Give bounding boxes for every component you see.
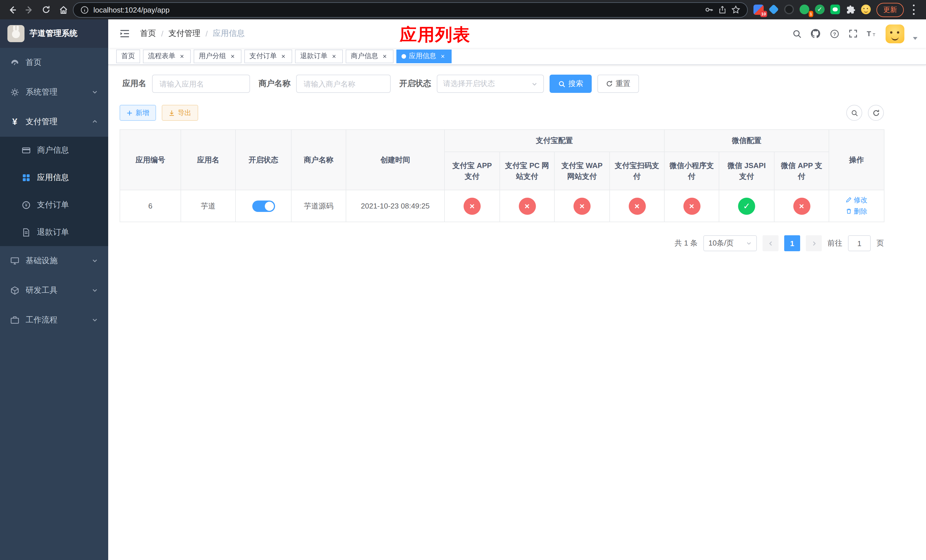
sidebar-item-workflow[interactable]: 工作流程 <box>0 305 108 335</box>
pencil-icon <box>846 197 852 203</box>
sidebar-item-payment[interactable]: ¥ 支付管理 <box>0 107 108 137</box>
tab-close-icon[interactable] <box>330 52 338 60</box>
sidebar-item-refund-order[interactable]: 退款订单 <box>0 219 108 246</box>
home-icon[interactable] <box>56 2 71 17</box>
extension-dark-circle-icon[interactable] <box>784 5 794 15</box>
password-key-icon[interactable] <box>705 5 714 14</box>
prev-page-button[interactable] <box>763 235 779 251</box>
active-dot-icon <box>401 54 406 58</box>
tab-close-icon[interactable] <box>178 52 186 60</box>
goto-page-input[interactable] <box>848 235 871 251</box>
page-size-select[interactable]: 10条/页 <box>703 235 757 251</box>
breadcrumb-home[interactable]: 首页 <box>140 29 156 39</box>
sidebar: 芋道管理系统 首页 系统管理 ¥ 支付管理 <box>0 20 108 560</box>
browser-avatar-icon[interactable] <box>861 5 872 15</box>
refresh-table-button[interactable] <box>868 105 884 121</box>
page-number-current[interactable]: 1 <box>784 235 800 251</box>
sidebar-item-app-info[interactable]: 应用信息 <box>0 164 108 191</box>
monitor-icon <box>10 256 20 265</box>
site-info-icon[interactable] <box>80 5 89 14</box>
payment-submenu: 商户信息 应用信息 ¥ 支付订单 <box>0 137 108 246</box>
extensions-puzzle-icon[interactable] <box>846 5 856 15</box>
chevron-up-icon <box>92 117 98 127</box>
profile-badge: 1 <box>809 11 813 17</box>
tab-refund-order[interactable]: 退款订单 <box>295 49 343 63</box>
delete-button[interactable]: 删除 <box>846 206 867 216</box>
sidebar-item-home[interactable]: 首页 <box>0 48 108 77</box>
font-size-icon[interactable]: TT <box>867 29 877 39</box>
status-label: 开启状态 <box>399 79 431 89</box>
sidebar-item-devtools[interactable]: 研发工具 <box>0 276 108 305</box>
extension-check-icon[interactable]: ✓ <box>815 5 825 15</box>
search-glyph-icon <box>850 109 858 117</box>
extension-profile-icon[interactable]: 1 <box>800 5 810 15</box>
fullscreen-icon[interactable] <box>848 29 858 39</box>
user-avatar[interactable] <box>885 24 904 43</box>
tab-close-icon[interactable] <box>280 52 287 60</box>
tab-app-info[interactable]: 应用信息 <box>396 49 452 63</box>
extension-tampermonkey-icon[interactable]: 10 <box>754 5 764 15</box>
col-create-time: 创建时间 <box>346 130 445 190</box>
tab-close-icon[interactable] <box>439 52 446 60</box>
tab-close-icon[interactable] <box>229 52 236 60</box>
help-icon[interactable]: ? <box>829 29 840 39</box>
tab-close-icon[interactable] <box>381 52 388 60</box>
extension-wechat-icon[interactable] <box>830 5 841 15</box>
search-icon[interactable] <box>791 29 802 39</box>
edit-button[interactable]: 修改 <box>846 195 867 205</box>
tabs-bar: 首页 流程表单 用户分组 支付订单 退款订单 商户信息 应用信息 <box>108 48 926 65</box>
back-icon[interactable] <box>5 2 20 17</box>
bookmark-star-icon[interactable] <box>731 5 740 14</box>
tab-pay-order[interactable]: 支付订单 <box>244 49 292 63</box>
url-bar[interactable]: localhost:1024/pay/app <box>73 2 748 17</box>
back-arrow-icon <box>7 5 17 15</box>
hamburger-icon[interactable] <box>119 28 130 39</box>
next-page-button[interactable] <box>806 235 822 251</box>
screen: localhost:1024/pay/app 10 1 ✓ <box>0 0 926 560</box>
search-button[interactable]: 搜索 <box>549 75 592 93</box>
browser-menu-icon[interactable] <box>912 5 915 15</box>
alipay-wap-status-icon: × <box>573 197 590 215</box>
reset-button[interactable]: 重置 <box>598 75 639 93</box>
extension-gem-icon[interactable] <box>769 5 779 15</box>
wechat-mini-status-icon: × <box>683 197 700 215</box>
breadcrumb-separator: / <box>206 29 208 38</box>
table-row: 6 芋道 芋道源码 2021-10-23 08:49:25 × × × × × <box>120 190 884 222</box>
tab-merchant-info[interactable]: 商户信息 <box>346 49 393 63</box>
status-switch[interactable] <box>252 201 275 212</box>
sidebar-item-label: 系统管理 <box>26 87 57 97</box>
merchant-name-input[interactable] <box>296 75 391 93</box>
url-text: localhost:1024/pay/app <box>94 5 169 14</box>
tab-process-form[interactable]: 流程表单 <box>143 49 191 63</box>
filter-form: 应用名 商户名称 开启状态 请选择开启状态 搜索 <box>120 75 884 93</box>
sidebar-item-merchant-info[interactable]: 商户信息 <box>0 137 108 164</box>
merchant-name-label: 商户名称 <box>259 79 291 89</box>
app-name-input[interactable] <box>152 75 250 93</box>
breadcrumb-payment[interactable]: 支付管理 <box>169 29 200 39</box>
sidebar-item-system[interactable]: 系统管理 <box>0 77 108 107</box>
sidebar-item-infra[interactable]: 基础设施 <box>0 246 108 276</box>
tab-home[interactable]: 首页 <box>116 49 140 63</box>
col-status: 开启状态 <box>236 130 291 190</box>
breadcrumb-current: 应用信息 <box>213 29 245 39</box>
github-icon[interactable] <box>810 29 821 39</box>
avatar-caret-icon[interactable] <box>913 37 917 39</box>
toggle-search-button[interactable] <box>846 105 862 121</box>
sidebar-logo[interactable]: 芋道管理系统 <box>0 20 108 48</box>
tab-user-group[interactable]: 用户分组 <box>194 49 242 63</box>
export-button[interactable]: 导出 <box>162 105 198 121</box>
chevron-down-icon <box>92 316 98 325</box>
add-button[interactable]: 新增 <box>120 105 156 121</box>
main-area: 首页 / 支付管理 / 应用信息 应用列表 ? <box>108 20 926 560</box>
sidebar-item-pay-order[interactable]: ¥ 支付订单 <box>0 191 108 219</box>
reload-icon[interactable] <box>39 2 53 17</box>
alipay-app-status-icon: × <box>464 197 481 215</box>
update-chip[interactable]: 更新 <box>876 3 904 17</box>
chevron-down-icon <box>92 286 98 295</box>
refresh-glyph-icon <box>872 109 879 117</box>
pay-order-icon: ¥ <box>22 201 31 210</box>
share-icon[interactable] <box>718 5 727 14</box>
status-select[interactable]: 请选择开启状态 <box>437 75 544 93</box>
forward-icon[interactable] <box>22 2 36 17</box>
logo-avatar <box>8 25 24 42</box>
